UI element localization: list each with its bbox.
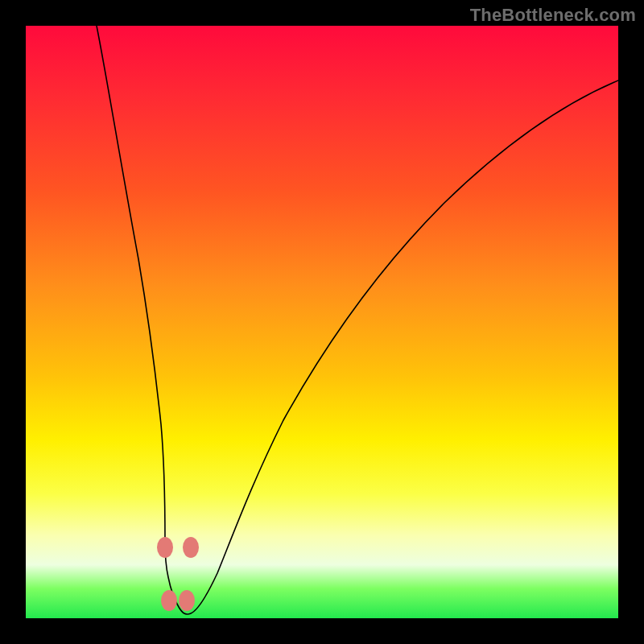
plot-svg xyxy=(26,26,618,618)
plot-area xyxy=(26,26,618,618)
chart-stage: TheBottleneck.com xyxy=(0,0,644,644)
curve-bead xyxy=(161,590,177,611)
bottleneck-curve xyxy=(97,26,618,614)
watermark-label: TheBottleneck.com xyxy=(470,5,636,26)
curve-bead xyxy=(183,537,199,558)
curve-bead xyxy=(179,590,195,611)
curve-bead xyxy=(157,537,173,558)
